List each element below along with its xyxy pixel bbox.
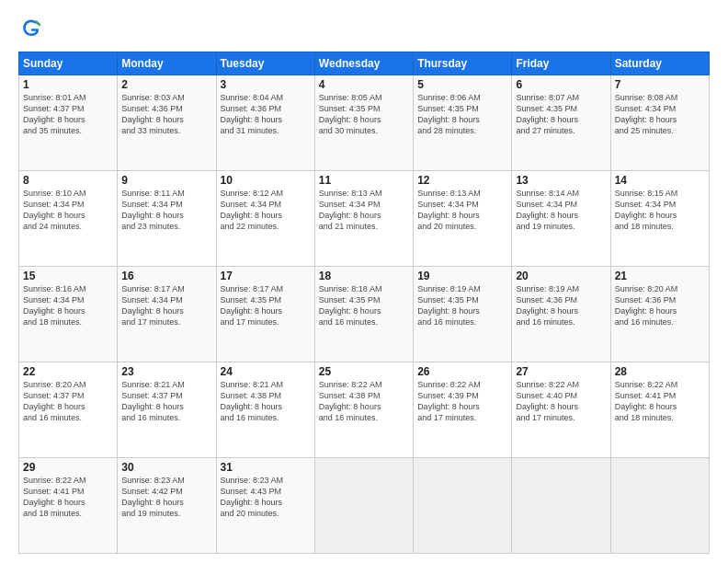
- calendar-cell: 23Sunrise: 8:21 AMSunset: 4:37 PMDayligh…: [118, 362, 216, 458]
- day-info: Sunrise: 8:23 AMSunset: 4:43 PMDaylight:…: [221, 475, 311, 520]
- sunrise: Sunrise: 8:16 AM: [23, 284, 86, 293]
- daylight: Daylight: 8 hoursand 16 minutes.: [516, 306, 578, 327]
- daylight: Daylight: 8 hoursand 21 minutes.: [319, 211, 381, 231]
- day-number: 19: [417, 270, 507, 282]
- sunrise: Sunrise: 8:08 AM: [615, 93, 678, 102]
- sunset: Sunset: 4:36 PM: [221, 104, 282, 113]
- calendar-cell: [314, 458, 413, 554]
- weekday-header-friday: Friday: [512, 52, 610, 75]
- day-info: Sunrise: 8:22 AMSunset: 4:41 PMDaylight:…: [23, 475, 113, 520]
- day-number: 10: [221, 174, 311, 187]
- sunrise: Sunrise: 8:22 AM: [23, 476, 86, 485]
- sunset: Sunset: 4:35 PM: [319, 104, 381, 113]
- sunrise: Sunrise: 8:22 AM: [516, 380, 579, 389]
- day-number: 27: [516, 365, 606, 378]
- calendar-cell: 25Sunrise: 8:22 AMSunset: 4:38 PMDayligh…: [314, 362, 413, 458]
- sunrise: Sunrise: 8:17 AM: [121, 284, 185, 293]
- sunset: Sunset: 4:40 PM: [516, 391, 577, 400]
- daylight: Daylight: 8 hoursand 19 minutes.: [121, 498, 184, 518]
- day-number: 18: [319, 270, 409, 282]
- sunrise: Sunrise: 8:19 AM: [516, 284, 579, 293]
- day-info: Sunrise: 8:13 AMSunset: 4:34 PMDaylight:…: [319, 188, 409, 233]
- daylight: Daylight: 8 hoursand 24 minutes.: [23, 211, 85, 231]
- day-number: 20: [516, 270, 606, 282]
- day-info: Sunrise: 8:22 AMSunset: 4:40 PMDaylight:…: [516, 379, 606, 424]
- day-number: 4: [319, 78, 409, 91]
- daylight: Daylight: 8 hoursand 35 minutes.: [23, 115, 85, 135]
- weekday-header-wednesday: Wednesday: [314, 52, 413, 75]
- calendar-cell: 1Sunrise: 8:01 AMSunset: 4:37 PMDaylight…: [19, 75, 118, 171]
- sunset: Sunset: 4:34 PM: [615, 104, 677, 113]
- daylight: Daylight: 8 hoursand 18 minutes.: [23, 498, 85, 518]
- sunset: Sunset: 4:34 PM: [615, 200, 677, 209]
- sunset: Sunset: 4:34 PM: [121, 200, 183, 209]
- sunrise: Sunrise: 8:22 AM: [417, 380, 481, 389]
- weekday-header-tuesday: Tuesday: [216, 52, 314, 75]
- sunset: Sunset: 4:36 PM: [121, 104, 183, 113]
- calendar-cell: [414, 458, 512, 554]
- day-number: 15: [23, 270, 113, 282]
- day-info: Sunrise: 8:22 AMSunset: 4:39 PMDaylight:…: [417, 379, 507, 424]
- sunrise: Sunrise: 8:06 AM: [417, 93, 481, 102]
- sunrise: Sunrise: 8:22 AM: [615, 380, 678, 389]
- calendar-cell: 31Sunrise: 8:23 AMSunset: 4:43 PMDayligh…: [216, 458, 314, 554]
- sunset: Sunset: 4:35 PM: [319, 295, 381, 304]
- day-info: Sunrise: 8:13 AMSunset: 4:34 PMDaylight:…: [417, 188, 507, 233]
- calendar-cell: 5Sunrise: 8:06 AMSunset: 4:35 PMDaylight…: [414, 75, 512, 171]
- sunset: Sunset: 4:35 PM: [221, 295, 282, 304]
- week-row-1: 1Sunrise: 8:01 AMSunset: 4:37 PMDaylight…: [19, 75, 710, 171]
- sunrise: Sunrise: 8:21 AM: [121, 380, 185, 389]
- sunset: Sunset: 4:41 PM: [615, 391, 677, 400]
- daylight: Daylight: 8 hoursand 33 minutes.: [121, 115, 184, 135]
- day-info: Sunrise: 8:20 AMSunset: 4:37 PMDaylight:…: [23, 379, 113, 424]
- weekday-header-monday: Monday: [118, 52, 216, 75]
- daylight: Daylight: 8 hoursand 20 minutes.: [417, 211, 480, 231]
- day-number: 28: [615, 365, 705, 378]
- day-info: Sunrise: 8:23 AMSunset: 4:42 PMDaylight:…: [121, 475, 211, 520]
- calendar-cell: 14Sunrise: 8:15 AMSunset: 4:34 PMDayligh…: [610, 171, 709, 267]
- calendar-table: SundayMondayTuesdayWednesdayThursdayFrid…: [18, 52, 710, 554]
- sunset: Sunset: 4:38 PM: [221, 391, 282, 400]
- sunrise: Sunrise: 8:23 AM: [121, 476, 185, 485]
- sunset: Sunset: 4:43 PM: [221, 487, 282, 496]
- calendar-cell: 10Sunrise: 8:12 AMSunset: 4:34 PMDayligh…: [216, 171, 314, 267]
- day-info: Sunrise: 8:06 AMSunset: 4:35 PMDaylight:…: [417, 92, 507, 137]
- daylight: Daylight: 8 hoursand 17 minutes.: [417, 402, 480, 422]
- day-number: 14: [615, 174, 705, 187]
- sunrise: Sunrise: 8:22 AM: [319, 380, 382, 389]
- calendar-cell: 11Sunrise: 8:13 AMSunset: 4:34 PMDayligh…: [314, 171, 413, 267]
- weekday-header-row: SundayMondayTuesdayWednesdayThursdayFrid…: [19, 52, 710, 75]
- calendar-cell: 16Sunrise: 8:17 AMSunset: 4:34 PMDayligh…: [118, 267, 216, 362]
- day-number: 2: [121, 78, 211, 91]
- sunrise: Sunrise: 8:12 AM: [221, 189, 284, 198]
- calendar-cell: 2Sunrise: 8:03 AMSunset: 4:36 PMDaylight…: [118, 75, 216, 171]
- sunrise: Sunrise: 8:15 AM: [615, 189, 678, 198]
- sunset: Sunset: 4:35 PM: [516, 104, 577, 113]
- header: [18, 17, 710, 42]
- daylight: Daylight: 8 hoursand 22 minutes.: [221, 211, 283, 231]
- day-info: Sunrise: 8:22 AMSunset: 4:38 PMDaylight:…: [319, 379, 409, 424]
- day-number: 24: [221, 365, 311, 378]
- sunset: Sunset: 4:42 PM: [121, 487, 183, 496]
- daylight: Daylight: 8 hoursand 16 minutes.: [615, 306, 677, 327]
- sunset: Sunset: 4:41 PM: [23, 487, 85, 496]
- day-number: 25: [319, 365, 409, 378]
- sunrise: Sunrise: 8:11 AM: [121, 189, 185, 198]
- day-number: 17: [221, 270, 311, 282]
- day-number: 21: [615, 270, 705, 282]
- day-info: Sunrise: 8:15 AMSunset: 4:34 PMDaylight:…: [615, 188, 705, 233]
- day-number: 11: [319, 174, 409, 187]
- daylight: Daylight: 8 hoursand 16 minutes.: [221, 402, 283, 422]
- sunrise: Sunrise: 8:19 AM: [417, 284, 481, 293]
- day-info: Sunrise: 8:19 AMSunset: 4:35 PMDaylight:…: [417, 283, 507, 328]
- logo: [18, 17, 48, 42]
- sunrise: Sunrise: 8:10 AM: [23, 189, 86, 198]
- sunset: Sunset: 4:36 PM: [615, 295, 677, 304]
- week-row-2: 8Sunrise: 8:10 AMSunset: 4:34 PMDaylight…: [19, 171, 710, 267]
- day-number: 1: [23, 78, 113, 91]
- sunrise: Sunrise: 8:05 AM: [319, 93, 382, 102]
- calendar-cell: 15Sunrise: 8:16 AMSunset: 4:34 PMDayligh…: [19, 267, 118, 362]
- daylight: Daylight: 8 hoursand 30 minutes.: [319, 115, 381, 135]
- weekday-header-sunday: Sunday: [19, 52, 118, 75]
- day-number: 31: [221, 461, 311, 474]
